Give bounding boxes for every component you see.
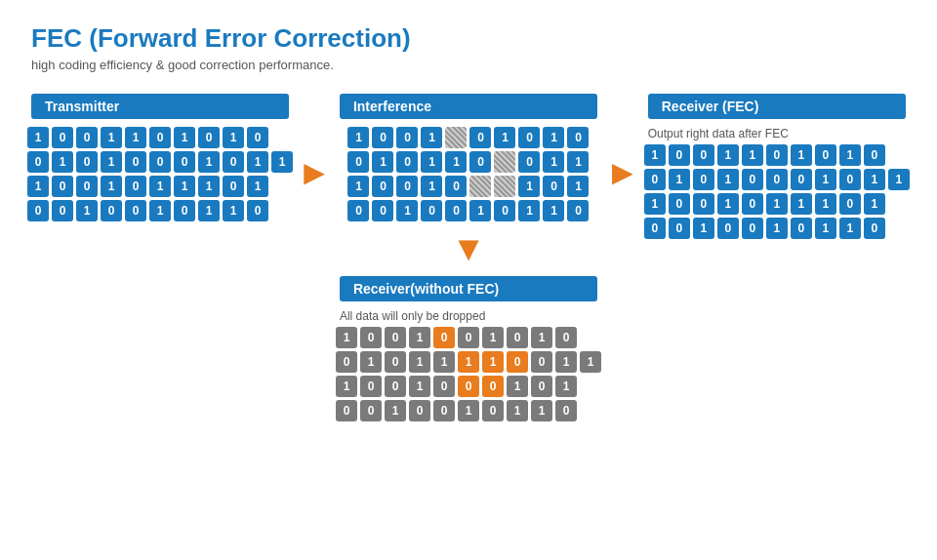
transmitter-header: Transmitter (31, 94, 289, 119)
table-row: 0 0 1 0 0 1 0 1 1 0 (27, 200, 293, 221)
bit-noise (469, 176, 491, 197)
bit-cell: 0 (433, 376, 455, 397)
bit-cell: 0 (742, 193, 763, 215)
bit-cell: 0 (174, 200, 195, 221)
bit-cell: 0 (469, 127, 491, 148)
receiver-fec-block: Receiver (FEC) Output right data after F… (648, 94, 906, 239)
bit-cell: 1 (421, 127, 442, 148)
bit-cell: 1 (815, 169, 836, 190)
bit-cell: 1 (482, 327, 504, 348)
bit-cell: 1 (101, 127, 122, 148)
table-row: 1 0 0 1 0 1 1 1 0 1 (644, 193, 910, 215)
bit-cell: 1 (372, 151, 393, 173)
bit-cell: 1 (223, 127, 244, 148)
bit-cell: 0 (766, 144, 788, 166)
bit-cell: 0 (518, 127, 540, 148)
bit-cell-error: 0 (458, 376, 479, 397)
middle-column: Interference 1 0 0 1 0 1 0 1 0 0 (340, 94, 597, 421)
bit-cell: 1 (27, 176, 49, 197)
bit-cell: 0 (742, 218, 763, 239)
bit-cell: 1 (531, 327, 552, 348)
bit-cell: 1 (433, 351, 455, 373)
transmitter-block: Transmitter 1 0 0 1 1 0 1 0 1 0 0 1 0 1 (31, 94, 289, 221)
bit-noise (445, 127, 467, 148)
bit-cell: 0 (507, 327, 528, 348)
bit-cell: 1 (271, 151, 293, 173)
bit-cell: 1 (421, 176, 442, 197)
bit-cell: 0 (52, 200, 73, 221)
bit-cell: 1 (469, 200, 491, 221)
bit-cell: 0 (149, 151, 171, 173)
bit-cell: 1 (125, 127, 146, 148)
interference-grid: 1 0 0 1 0 1 0 1 0 0 1 0 1 1 (347, 127, 589, 221)
bit-cell-error: 1 (482, 351, 504, 373)
bit-cell: 0 (125, 151, 146, 173)
table-row: 1 0 0 1 0 1 0 1 0 (347, 127, 589, 148)
receiver-no-fec-note: All data will only be dropped (340, 309, 597, 323)
bit-cell: 1 (555, 376, 577, 397)
table-row: 1 0 0 1 1 0 1 0 1 0 (644, 144, 910, 166)
bit-cell: 1 (864, 169, 885, 190)
bit-cell: 1 (507, 400, 528, 421)
bit-cell: 1 (421, 151, 442, 173)
bit-cell: 0 (247, 200, 268, 221)
bit-cell: 0 (396, 151, 418, 173)
bit-cell-error: 0 (482, 376, 504, 397)
bit-cell: 0 (693, 193, 714, 215)
bit-cell: 1 (567, 176, 589, 197)
table-row: 0 1 0 1 1 1 1 0 0 1 1 (336, 351, 601, 373)
bit-cell: 1 (101, 176, 122, 197)
bit-cell: 1 (791, 193, 812, 215)
arrow-down-container: ▼ (451, 231, 486, 266)
receiver-fec-note: Output right data after FEC (648, 127, 906, 140)
bit-cell: 0 (531, 376, 552, 397)
bit-cell: 0 (864, 144, 885, 166)
bit-cell: 1 (815, 218, 836, 239)
bit-cell: 0 (766, 169, 788, 190)
table-row: 0 1 0 1 0 0 0 1 0 1 1 (644, 169, 910, 190)
bit-cell: 1 (445, 151, 467, 173)
bit-cell: 0 (717, 218, 739, 239)
table-row: 1 0 0 1 0 1 0 1 (347, 176, 589, 197)
bit-cell: 1 (518, 200, 540, 221)
bit-cell: 1 (888, 169, 910, 190)
table-row: 0 0 1 0 0 1 0 1 1 0 (347, 200, 589, 221)
bit-cell: 0 (445, 176, 467, 197)
bit-cell: 1 (791, 144, 812, 166)
bit-cell: 0 (27, 151, 49, 173)
bit-cell: 1 (567, 151, 589, 173)
bit-cell: 0 (360, 400, 382, 421)
bit-cell: 0 (360, 327, 382, 348)
bit-cell: 1 (101, 151, 122, 173)
bit-cell: 0 (101, 200, 122, 221)
bit-cell: 1 (543, 200, 564, 221)
bit-cell: 0 (52, 127, 73, 148)
bit-cell: 0 (372, 200, 393, 221)
bit-cell: 1 (336, 327, 357, 348)
bit-cell: 0 (531, 351, 552, 373)
bit-cell: 1 (766, 218, 788, 239)
bit-cell: 1 (409, 327, 430, 348)
bit-cell: 1 (223, 200, 244, 221)
table-row: 1 0 0 1 0 1 1 1 0 1 (27, 176, 293, 197)
bit-noise (494, 176, 515, 197)
bit-cell: 0 (433, 400, 455, 421)
bit-cell: 1 (409, 376, 430, 397)
bit-cell: 0 (76, 176, 98, 197)
bit-noise (494, 151, 515, 173)
bit-cell: 0 (174, 151, 195, 173)
bit-cell: 1 (347, 127, 369, 148)
bit-cell: 0 (791, 218, 812, 239)
bit-cell: 0 (644, 218, 666, 239)
bit-cell: 0 (567, 127, 589, 148)
transmitter-grid: 1 0 0 1 1 0 1 0 1 0 0 1 0 1 0 0 0 1 (27, 127, 293, 221)
bit-cell: 1 (839, 218, 861, 239)
bit-cell: 1 (198, 200, 220, 221)
bit-cell: 1 (766, 193, 788, 215)
receiver-no-fec-block: Receiver(without FEC) All data will only… (340, 276, 597, 421)
bit-cell: 0 (247, 127, 268, 148)
bit-cell: 0 (669, 144, 690, 166)
bit-cell: 1 (644, 144, 666, 166)
page-subtitle: high coding efficiency & good correction… (31, 58, 906, 72)
bit-cell: 1 (555, 351, 577, 373)
